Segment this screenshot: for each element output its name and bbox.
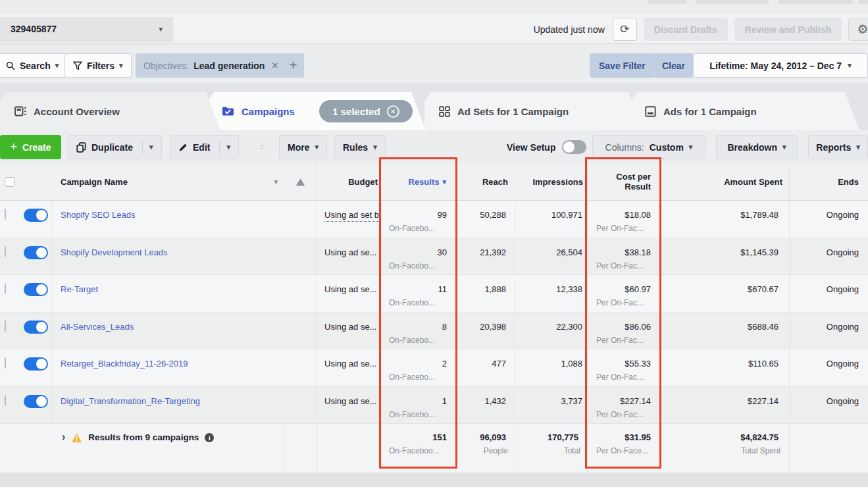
cost-per-result-value: $227.14 [588, 387, 659, 406]
columns-value: Custom [650, 142, 684, 153]
discard-drafts-button[interactable]: Discard Drafts [644, 18, 728, 41]
refresh-button[interactable]: ⟳ [613, 18, 637, 41]
tab-account-overview[interactable]: Account Overview [0, 92, 220, 130]
actions-toolbar: + Create Duplicate ▾ Edit ▾ More ▾ Rules… [0, 130, 868, 163]
row-checkbox[interactable] [5, 283, 6, 294]
save-filter-button[interactable]: Save Filter [590, 53, 655, 78]
row-checkbox[interactable] [5, 209, 6, 220]
column-reach[interactable]: Reach [456, 163, 515, 200]
campaign-row: All-Services_Leads Using ad se... 8 On-F… [0, 313, 868, 350]
reach-value: 1,888 [456, 275, 515, 294]
chevron-down-icon[interactable]: ▾ [226, 143, 230, 151]
duplicate-button[interactable]: Duplicate ▾ [68, 135, 162, 159]
row-checkbox[interactable] [5, 320, 6, 332]
impressions-value: 26,504 [515, 238, 587, 257]
tab-ads-label: Ads for 1 Campaign [663, 106, 757, 117]
reports-button[interactable]: Reports ▾ [808, 135, 868, 159]
search-button[interactable]: Search ▾ [0, 53, 67, 78]
campaign-active-toggle[interactable] [24, 320, 48, 334]
create-button[interactable]: + Create [0, 135, 61, 159]
column-cost-per-result[interactable]: Cost per Result [588, 163, 660, 200]
row-checkbox[interactable] [5, 246, 6, 257]
column-impressions[interactable]: Impressions [515, 163, 588, 200]
campaign-name-link[interactable]: Digital_Transformation_Re-Targeting [61, 396, 200, 406]
tab-campaigns-label: Campaigns [242, 106, 295, 117]
expand-chevron-icon[interactable]: › [62, 432, 65, 442]
trash-icon [259, 141, 265, 153]
more-button[interactable]: More ▾ [279, 135, 327, 159]
sort-caret-icon[interactable]: ▾ [274, 178, 278, 186]
cost-per-result-value: $55.33 [588, 349, 659, 369]
budget-value[interactable]: Using ad se... [324, 322, 377, 332]
create-label: Create [22, 142, 51, 153]
remove-filter-icon[interactable]: ✕ [271, 61, 278, 70]
budget-value[interactable]: Using ad se... [324, 359, 377, 369]
impressions-header-label: Impressions [532, 177, 583, 187]
level-tabs: Account Overview Campaigns 1 selected ✕ … [0, 83, 868, 130]
budget-value[interactable]: Using ad set b [324, 210, 379, 222]
column-results[interactable]: Results ▾ [380, 163, 456, 200]
cost-per-result-sub: Per On-Fac... [588, 261, 659, 270]
columns-prefix: Columns: [605, 142, 644, 153]
campaign-name-link[interactable]: Retarget_Blackfriday_11-26-2019 [61, 359, 188, 369]
breakdown-label: Breakdown [728, 142, 777, 153]
toggle-knob [563, 141, 574, 153]
select-all-checkbox[interactable] [5, 177, 14, 187]
campaign-active-toggle[interactable] [24, 357, 48, 371]
settings-button[interactable]: ⚙ [848, 18, 868, 41]
campaign-name-link[interactable]: Re-Target [61, 284, 98, 294]
row-checkbox[interactable] [5, 357, 6, 369]
delete-button[interactable] [251, 135, 272, 159]
info-icon[interactable]: i [205, 433, 214, 442]
table-summary-row: › Results from 9 campaigns i 151 On-Face… [0, 424, 868, 473]
results-sub: On-Facebo... [380, 224, 455, 233]
row-checkbox[interactable] [5, 395, 6, 406]
column-campaign-name[interactable]: Campaign Name ▾ [53, 163, 284, 200]
column-amount-spent[interactable]: Amount Spent [660, 163, 790, 200]
cost-per-result-sub: Per On-Fac... [588, 224, 659, 233]
summary-reach-sub: People [456, 446, 515, 455]
cost-per-result-value: $60.97 [588, 275, 659, 294]
column-budget[interactable]: Budget [317, 163, 380, 200]
clear-filters-button[interactable]: Clear [653, 53, 694, 78]
reach-value: 21,392 [456, 238, 515, 257]
active-filter-pill[interactable]: Objectives: Lead generation ✕ [136, 53, 286, 78]
budget-value[interactable]: Using ad se... [324, 284, 377, 294]
tab-campaigns[interactable]: Campaigns 1 selected ✕ [207, 92, 426, 130]
account-selector[interactable]: 329405877 ▾ [0, 17, 173, 41]
chevron-down-icon[interactable]: ▾ [149, 143, 153, 151]
campaign-active-toggle[interactable] [24, 209, 48, 222]
campaign-active-toggle[interactable] [24, 283, 48, 296]
filters-button[interactable]: Filters ▾ [64, 53, 132, 78]
tab-ad-sets[interactable]: Ad Sets for 1 Campaign [424, 92, 643, 130]
review-publish-button[interactable]: Review and Publish [734, 18, 842, 41]
campaign-name-link[interactable]: Shopify Development Leads [61, 247, 168, 257]
results-value: 99 [380, 201, 455, 220]
rules-button[interactable]: Rules ▾ [334, 135, 386, 159]
edit-button[interactable]: Edit ▾ [170, 135, 239, 159]
clear-selection-icon[interactable]: ✕ [387, 105, 399, 118]
campaign-name-link[interactable]: Shopify SEO Leads [61, 210, 135, 220]
campaign-active-toggle[interactable] [24, 395, 48, 408]
tab-account-overview-label: Account Overview [34, 106, 120, 117]
bottom-edge-strip [0, 473, 868, 487]
campaign-active-toggle[interactable] [24, 246, 48, 259]
view-setup-toggle[interactable] [562, 140, 586, 154]
columns-button[interactable]: Columns: Custom ▾ [592, 135, 705, 159]
date-range-label: Lifetime: May 24, 2012 – Dec 7 [709, 61, 842, 71]
ends-value: Ongoing [790, 349, 868, 369]
campaign-name-link[interactable]: All-Services_Leads [61, 322, 134, 332]
budget-value[interactable]: Using ad se... [324, 247, 377, 257]
add-filter-button[interactable]: + [282, 53, 304, 78]
selected-count-badge[interactable]: 1 selected ✕ [319, 100, 413, 122]
column-ends[interactable]: Ends [790, 163, 868, 200]
breakdown-button[interactable]: Breakdown ▾ [716, 135, 798, 159]
budget-value[interactable]: Using ad se... [324, 396, 377, 406]
reach-value: 477 [456, 349, 515, 369]
cost-per-result-value: $86.06 [588, 313, 659, 332]
amount-spent-value: $227.14 [660, 387, 789, 406]
date-range-selector[interactable]: Lifetime: May 24, 2012 – Dec 7 ▾ [693, 53, 868, 78]
chevron-down-icon: ▾ [119, 62, 123, 69]
campaign-row: Re-Target Using ad se... 11 On-Facebo...… [0, 275, 868, 313]
tab-ads[interactable]: Ads for 1 Campaign [630, 92, 859, 130]
